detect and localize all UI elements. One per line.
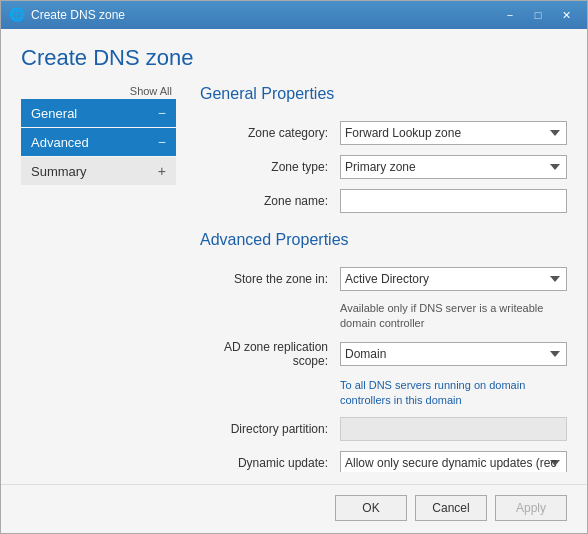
footer: OK Cancel Apply (1, 484, 587, 533)
close-button[interactable]: ✕ (553, 5, 579, 25)
ad-replication-control: Domain (340, 342, 567, 366)
sidebar-item-advanced-icon: − (158, 134, 166, 150)
zone-type-dropdown[interactable]: Primary zone (340, 155, 567, 179)
main-area: Show All General − Advanced − Summary + … (21, 85, 567, 472)
zone-name-label: Zone name: (200, 194, 340, 208)
sidebar-item-general-label: General (31, 106, 77, 121)
window-icon: 🌐 (9, 7, 25, 23)
minimize-button[interactable]: − (497, 5, 523, 25)
store-zone-row: Store the zone in: Active Directory (200, 267, 567, 291)
sidebar-item-general-icon: − (158, 105, 166, 121)
ok-button[interactable]: OK (335, 495, 407, 521)
sidebar-item-advanced[interactable]: Advanced − (21, 128, 176, 156)
apply-button[interactable]: Apply (495, 495, 567, 521)
window-controls: − □ ✕ (497, 5, 579, 25)
window-content: Create DNS zone Show All General − Advan… (1, 29, 587, 484)
store-zone-hint: Available only if DNS server is a writea… (340, 301, 567, 332)
cancel-button[interactable]: Cancel (415, 495, 487, 521)
zone-type-label: Zone type: (200, 160, 340, 174)
directory-partition-control (340, 417, 567, 441)
sidebar-item-summary-label: Summary (31, 164, 87, 179)
store-zone-control: Active Directory (340, 267, 567, 291)
show-all-label[interactable]: Show All (21, 85, 176, 97)
title-bar: 🌐 Create DNS zone − □ ✕ (1, 1, 587, 29)
directory-partition-input (340, 417, 567, 441)
directory-partition-label: Directory partition: (200, 422, 340, 436)
maximize-button[interactable]: □ (525, 5, 551, 25)
zone-type-control: Primary zone (340, 155, 567, 179)
dynamic-update-label: Dynamic update: (200, 456, 340, 470)
advanced-properties-title: Advanced Properties (200, 231, 567, 253)
zone-name-row: Zone name: (200, 189, 567, 213)
zone-name-control (340, 189, 567, 213)
directory-partition-row: Directory partition: (200, 417, 567, 441)
zone-category-control: Forward Lookup zone (340, 121, 567, 145)
store-zone-dropdown[interactable]: Active Directory (340, 267, 567, 291)
sidebar-item-advanced-label: Advanced (31, 135, 89, 150)
ad-replication-label: AD zone replication scope: (200, 340, 340, 368)
general-properties-title: General Properties (200, 85, 567, 107)
ad-replication-dropdown[interactable]: Domain (340, 342, 567, 366)
sidebar-item-general[interactable]: General − (21, 99, 176, 127)
ad-replication-hint: To all DNS servers running on domain con… (340, 378, 567, 409)
store-zone-label: Store the zone in: (200, 272, 340, 286)
zone-type-row: Zone type: Primary zone (200, 155, 567, 179)
zone-category-row: Zone category: Forward Lookup zone (200, 121, 567, 145)
sidebar: Show All General − Advanced − Summary + (21, 85, 176, 472)
dynamic-update-row: Dynamic update: Allow only secure dynami… (200, 451, 567, 472)
zone-category-dropdown[interactable]: Forward Lookup zone (340, 121, 567, 145)
sidebar-item-summary[interactable]: Summary + (21, 157, 176, 185)
zone-name-input[interactable] (340, 189, 567, 213)
dynamic-update-control: Allow only secure dynamic updates (rec (340, 451, 567, 472)
page-title: Create DNS zone (21, 45, 567, 71)
create-dns-zone-window: 🌐 Create DNS zone − □ ✕ Create DNS zone … (0, 0, 588, 534)
ad-replication-row: AD zone replication scope: Domain (200, 340, 567, 368)
advanced-properties-section: Advanced Properties Store the zone in: A… (200, 231, 567, 472)
content-panel: General Properties Zone category: Forwar… (176, 85, 567, 472)
sidebar-item-summary-icon: + (158, 163, 166, 179)
window-title: Create DNS zone (31, 8, 497, 22)
zone-category-label: Zone category: (200, 126, 340, 140)
dynamic-update-dropdown[interactable]: Allow only secure dynamic updates (rec (340, 451, 567, 472)
